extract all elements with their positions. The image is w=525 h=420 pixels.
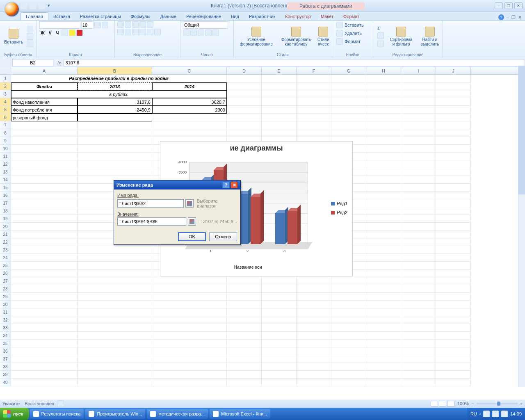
row-header-38[interactable]: 38 (0, 363, 11, 371)
font-color-icon[interactable] (76, 30, 83, 36)
cell[interactable] (436, 114, 471, 121)
cell[interactable] (297, 285, 331, 293)
cell[interactable] (227, 371, 262, 379)
cell[interactable] (331, 355, 366, 363)
tab-chart-format[interactable]: Формат (338, 13, 364, 20)
currency-icon[interactable] (183, 30, 189, 36)
cell[interactable] (366, 121, 401, 129)
col-header-f[interactable]: F (297, 67, 331, 74)
chart-title[interactable]: ие диаграммы (160, 142, 352, 154)
cell[interactable] (331, 340, 366, 347)
row-header-27[interactable]: 27 (0, 277, 11, 285)
cell[interactable] (227, 340, 262, 347)
row-header-33[interactable]: 33 (0, 324, 11, 332)
cell[interactable] (262, 347, 297, 355)
tab-page-layout[interactable]: Разметка страницы (75, 13, 126, 20)
tray-icon[interactable] (483, 411, 490, 417)
cell-a1[interactable]: Распределение прибыли в фонды по годам (11, 75, 227, 82)
cell[interactable] (366, 137, 401, 145)
paste-button[interactable]: Вставить (2, 28, 25, 45)
cell[interactable] (436, 98, 471, 106)
cell[interactable] (331, 277, 366, 285)
col-header-g[interactable]: G (331, 67, 366, 74)
cell[interactable] (152, 277, 227, 285)
cell[interactable] (401, 215, 436, 223)
tab-home[interactable]: Главная (21, 12, 48, 20)
doc-restore-button[interactable]: ❐ (511, 15, 516, 20)
cell[interactable] (401, 254, 436, 262)
cell[interactable] (401, 168, 436, 176)
cell[interactable] (78, 285, 152, 293)
cell[interactable] (297, 121, 331, 129)
cell[interactable] (436, 129, 471, 137)
cut-icon[interactable] (27, 26, 33, 32)
cell[interactable] (401, 347, 436, 355)
cell[interactable] (11, 184, 78, 192)
cell[interactable] (401, 75, 436, 82)
copy-icon[interactable] (27, 33, 33, 40)
tab-chart-layout[interactable]: Макет (316, 13, 338, 20)
cell[interactable] (401, 301, 436, 308)
formula-input[interactable] (64, 59, 525, 66)
cell[interactable] (262, 106, 297, 114)
cell[interactable] (152, 308, 227, 316)
number-format-select[interactable] (183, 21, 228, 29)
cell[interactable] (436, 324, 471, 332)
row-header-26[interactable]: 26 (0, 269, 11, 277)
cell[interactable] (78, 332, 152, 340)
border-icon[interactable] (62, 30, 68, 36)
series-values-input[interactable] (117, 217, 186, 226)
insert-cells-button[interactable]: Вставить (335, 21, 370, 29)
cell[interactable] (152, 332, 227, 340)
cell-c4[interactable]: 3620,7 (152, 98, 227, 106)
cell[interactable] (331, 379, 366, 386)
cell[interactable] (366, 160, 401, 168)
cell-a2[interactable]: Фонды (11, 82, 78, 90)
cell[interactable] (331, 324, 366, 332)
cell[interactable] (436, 332, 471, 340)
row-header-3[interactable]: 3 (0, 90, 11, 98)
cell[interactable] (78, 269, 152, 277)
cell[interactable] (262, 114, 297, 121)
cell[interactable] (152, 379, 227, 386)
format-painter-icon[interactable] (27, 41, 33, 47)
col-header-d[interactable]: D (227, 67, 262, 74)
wrap-text-icon[interactable] (147, 21, 153, 28)
cell[interactable] (262, 277, 297, 285)
zoom-slider[interactable] (477, 403, 518, 404)
row-header-8[interactable]: 8 (0, 129, 11, 137)
cell[interactable] (11, 153, 78, 160)
italic-button[interactable]: К (47, 30, 53, 35)
align-left-icon[interactable] (117, 29, 124, 35)
cell[interactable] (401, 184, 436, 192)
align-right-icon[interactable] (132, 29, 139, 35)
cell[interactable] (227, 82, 262, 90)
minimize-button[interactable]: – (495, 2, 503, 9)
cell[interactable] (436, 153, 471, 160)
cell[interactable] (401, 114, 436, 121)
cell[interactable] (297, 90, 331, 98)
cell[interactable] (78, 153, 152, 160)
start-button[interactable]: пуск (0, 408, 29, 420)
cell[interactable] (78, 254, 152, 262)
ok-button[interactable]: OK (178, 232, 206, 241)
fx-icon[interactable]: fx (55, 60, 64, 65)
cell[interactable] (297, 308, 331, 316)
cell[interactable] (366, 254, 401, 262)
row-header-19[interactable]: 19 (0, 215, 11, 223)
cell[interactable] (436, 285, 471, 293)
orientation-icon[interactable] (139, 21, 146, 28)
scrollbar-thumb[interactable] (518, 66, 525, 194)
cell[interactable] (227, 355, 262, 363)
cell[interactable] (11, 301, 78, 308)
decrease-font-icon[interactable] (102, 22, 108, 28)
legend-item[interactable]: Ряд1 (331, 201, 347, 206)
cell-a4[interactable]: Фонд накопления (11, 98, 78, 106)
cell-b5[interactable]: 2450,9 (78, 106, 152, 114)
cell[interactable] (227, 106, 262, 114)
row-header-20[interactable]: 20 (0, 223, 11, 231)
increase-font-icon[interactable] (94, 22, 101, 28)
cell[interactable] (331, 82, 366, 90)
cell[interactable] (436, 308, 471, 316)
row-header-15[interactable]: 15 (0, 184, 11, 192)
